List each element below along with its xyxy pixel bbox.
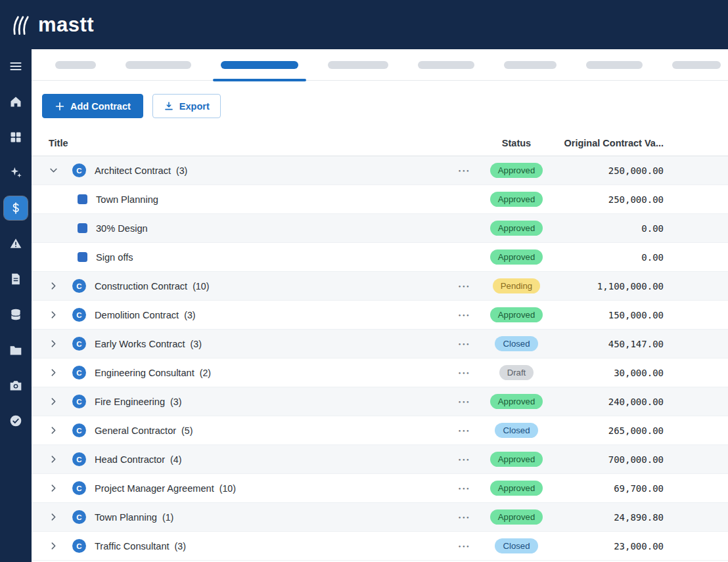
tab-skeleton[interactable]	[504, 49, 557, 81]
ellipsis-icon: ●●●	[459, 371, 470, 375]
row-menu-button[interactable]: ●●●	[449, 342, 480, 346]
ellipsis-icon: ●●●	[459, 515, 470, 519]
tab-skeleton[interactable]	[586, 49, 643, 81]
row-title: 30% Design	[96, 223, 148, 234]
contract-row[interactable]: CEarly Works Contract(3)●●●Closed450,147…	[32, 330, 728, 358]
contract-row[interactable]: CConstruction Contract(10)●●●Pending1,10…	[32, 272, 728, 301]
contract-row[interactable]: CTown Planning(1)●●●Approved24,890.80	[32, 503, 728, 532]
row-count: (3)	[175, 541, 186, 551]
chevron-right-icon[interactable]	[49, 424, 68, 437]
ellipsis-icon: ●●●	[459, 342, 470, 346]
contract-row[interactable]: CArchitect Contract(3)●●●Approved250,000…	[32, 156, 728, 185]
chevron-right-icon[interactable]	[49, 337, 68, 351]
sidebar-item-notes[interactable]	[4, 267, 28, 291]
contract-row[interactable]: CGeneral Contractor(5)●●●Closed265,000.0…	[32, 416, 728, 445]
contract-child-row[interactable]: Town PlanningApproved250,000.00	[32, 185, 728, 214]
chevron-right-icon[interactable]	[49, 309, 68, 322]
tab-skeleton[interactable]	[55, 49, 96, 81]
sidebar-item-tasks[interactable]	[4, 409, 28, 433]
sidebar-item-photos[interactable]	[4, 374, 28, 397]
table-header: Title Status Original Contract Va...	[32, 130, 728, 156]
line-item-icon	[78, 194, 87, 204]
ellipsis-icon: ●●●	[459, 169, 470, 173]
dollar-icon	[9, 202, 22, 215]
status-badge: Draft	[499, 365, 534, 380]
sidebar-item-files[interactable]	[4, 338, 28, 362]
camera-icon	[9, 379, 22, 392]
chevron-right-icon[interactable]	[49, 540, 68, 553]
folder-icon	[9, 343, 22, 357]
add-contract-label: Add Contract	[70, 101, 131, 112]
sidebar-item-dashboard[interactable]	[4, 125, 28, 149]
chevron-right-icon[interactable]	[49, 482, 68, 495]
tab-skeleton[interactable]	[328, 49, 388, 81]
contract-row[interactable]: CTraffic Consultant(3)●●●Closed23,000.00	[32, 532, 728, 561]
chevron-down-icon[interactable]	[49, 164, 68, 177]
add-contract-button[interactable]: Add Contract	[42, 94, 143, 118]
ellipsis-icon: ●●●	[459, 429, 470, 433]
row-title: Town Planning	[95, 512, 157, 523]
row-title: Project Manager Agreement	[95, 483, 214, 494]
sidebar-item-menu[interactable]	[4, 54, 28, 78]
row-menu-button[interactable]: ●●●	[449, 400, 480, 404]
sidebar-item-contracts[interactable]	[4, 196, 28, 220]
ellipsis-icon: ●●●	[459, 486, 470, 490]
row-menu-button[interactable]: ●●●	[449, 458, 480, 462]
export-label: Export	[179, 101, 210, 112]
row-count: (1)	[162, 512, 173, 523]
sidebar-item-risks[interactable]	[4, 232, 28, 255]
row-menu-button[interactable]: ●●●	[449, 313, 480, 317]
line-item-icon	[78, 252, 87, 262]
contract-child-row[interactable]: Sign offsApproved0.00	[32, 243, 728, 272]
export-button[interactable]: Export	[152, 94, 221, 118]
contract-row[interactable]: CHead Contractor(4)●●●Approved700,000.00	[32, 445, 728, 474]
database-icon	[9, 308, 22, 321]
chevron-right-icon[interactable]	[49, 366, 68, 379]
tab-skeleton[interactable]	[672, 49, 721, 81]
row-menu-button[interactable]: ●●●	[449, 486, 480, 490]
contract-value: 250,000.00	[553, 165, 664, 176]
document-icon	[9, 272, 22, 286]
status-badge: Closed	[495, 336, 537, 351]
row-menu-button[interactable]: ●●●	[449, 169, 480, 173]
contract-row[interactable]: CDemolition Contract(3)●●●Approved150,00…	[32, 301, 728, 330]
status-badge: Approved	[490, 221, 543, 236]
row-title: Architect Contract	[95, 165, 171, 176]
row-title: Traffic Consultant	[95, 541, 170, 551]
row-count: (3)	[170, 397, 181, 407]
row-count: (3)	[191, 339, 202, 349]
row-menu-button[interactable]: ●●●	[449, 515, 480, 519]
contract-value: 450,147.00	[553, 339, 664, 349]
row-menu-button[interactable]: ●●●	[449, 371, 480, 375]
sidebar-item-data[interactable]	[4, 303, 28, 326]
tab-skeleton[interactable]	[125, 49, 191, 81]
home-icon	[9, 95, 22, 108]
contract-icon: C	[72, 423, 86, 437]
tab-skeleton[interactable]	[418, 49, 474, 81]
contract-icon: C	[72, 452, 86, 466]
contract-value: 0.00	[553, 223, 664, 234]
row-menu-button[interactable]: ●●●	[449, 544, 480, 548]
contract-icon: C	[72, 366, 86, 379]
contract-row[interactable]: CFire Engineering(3)●●●Approved240,000.0…	[32, 387, 728, 416]
chevron-right-icon[interactable]	[49, 511, 68, 524]
sidebar-item-ai[interactable]	[4, 161, 28, 184]
ellipsis-icon: ●●●	[459, 544, 470, 548]
indent-spacer	[49, 251, 68, 264]
status-badge: Pending	[493, 278, 540, 293]
contract-child-row[interactable]: 30% DesignApproved0.00	[32, 214, 728, 243]
contract-row[interactable]: CProject Manager Agreement(10)●●●Approve…	[32, 474, 728, 503]
table-body: CArchitect Contract(3)●●●Approved250,000…	[32, 156, 728, 562]
chevron-right-icon[interactable]	[49, 395, 68, 408]
ellipsis-icon: ●●●	[459, 458, 470, 462]
chevron-right-icon[interactable]	[49, 453, 68, 466]
chevron-right-icon[interactable]	[49, 280, 68, 293]
row-menu-button[interactable]: ●●●	[449, 284, 480, 288]
active-tab-underline	[213, 79, 306, 81]
row-menu-button[interactable]: ●●●	[449, 429, 480, 433]
contract-row[interactable]: CEngineering Consultant(2)●●●Draft30,000…	[32, 358, 728, 387]
sparkles-icon	[9, 166, 22, 179]
tab-active[interactable]	[221, 49, 298, 81]
sidebar-item-home[interactable]	[4, 90, 28, 114]
contract-icon: C	[72, 308, 86, 322]
